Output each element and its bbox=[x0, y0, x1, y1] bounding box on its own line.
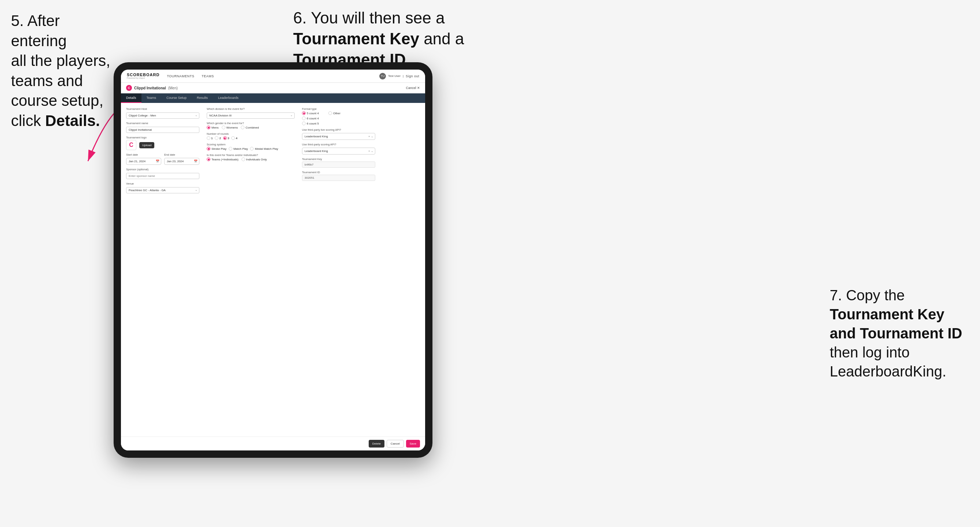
tournament-host-select[interactable]: Clippd College - Men bbox=[126, 113, 199, 119]
radio-combined-dot bbox=[241, 125, 245, 129]
tournament-host-select-wrap[interactable]: Clippd College - Men bbox=[126, 111, 199, 119]
tournament-key-group: Tournament Key b4f6b7 bbox=[302, 157, 375, 168]
start-date-label: Start date bbox=[126, 153, 161, 156]
gender-mens[interactable]: Mens bbox=[207, 125, 219, 129]
round-3[interactable]: 3 bbox=[223, 136, 229, 140]
scoring-medal[interactable]: Medal Match Play bbox=[250, 147, 278, 151]
tournament-id-value: 302051 bbox=[302, 175, 375, 181]
radio-round3 bbox=[223, 136, 227, 140]
format-type-group: Format type 5 count 4 Other bbox=[302, 107, 375, 125]
third-party-2-wrap: × ⌄ bbox=[302, 147, 375, 154]
tab-teams[interactable]: Teams bbox=[142, 94, 162, 103]
form-content: Tournament Host Clippd College - Men Tou… bbox=[121, 103, 425, 437]
tournament-host-label: Tournament Host bbox=[126, 107, 199, 111]
format-row-1: 5 count 4 Other bbox=[302, 111, 375, 115]
venue-select[interactable]: Peachtree GC - Atlanta - GA bbox=[126, 187, 199, 194]
tournament-logo-group: Tournament logo C Upload bbox=[126, 136, 199, 150]
third-party-1-input[interactable] bbox=[302, 133, 375, 140]
end-date-wrap: 📅 bbox=[164, 157, 199, 165]
annotation-left: 5. After entering all the players, teams… bbox=[11, 11, 114, 131]
scoring-radio-group: Stroke Play Match Play Medal Match Play bbox=[207, 147, 295, 151]
nav-tournaments[interactable]: TOURNAMENTS bbox=[167, 75, 194, 78]
individuals-only[interactable]: Individuals Only bbox=[242, 157, 267, 161]
tournament-name-group: Tournament name bbox=[126, 122, 199, 133]
tournament-host-group: Tournament Host Clippd College - Men bbox=[126, 107, 199, 119]
teams-plus-individuals[interactable]: Teams (+Individuals) bbox=[207, 157, 239, 161]
radio-6count5 bbox=[302, 122, 305, 125]
sponsor-label: Sponsor (optional) bbox=[126, 168, 199, 171]
format-other[interactable]: Other bbox=[328, 111, 340, 115]
cancel-tournament[interactable]: Cancel ✕ bbox=[406, 86, 420, 90]
tab-leaderboards[interactable]: Leaderboards bbox=[213, 94, 244, 103]
teams-radio-group: Teams (+Individuals) Individuals Only bbox=[207, 157, 295, 161]
division-select-wrap[interactable]: NCAA Division III bbox=[207, 111, 295, 119]
logo-sub: Powered by clippd bbox=[127, 77, 159, 79]
tournament-name: Clippd Invitational bbox=[134, 86, 166, 90]
tournament-key-value: b4f6b7 bbox=[302, 162, 375, 168]
tournament-name-input[interactable] bbox=[126, 127, 199, 133]
gender-womens[interactable]: Womens bbox=[222, 125, 238, 129]
round-2[interactable]: 2 bbox=[215, 136, 221, 140]
third-party-2-input[interactable] bbox=[302, 148, 375, 154]
sponsor-input[interactable] bbox=[126, 173, 199, 179]
format-6count4[interactable]: 6 count 4 bbox=[302, 116, 375, 120]
venue-select-wrap[interactable]: Peachtree GC - Atlanta - GA bbox=[126, 186, 199, 194]
radio-teams-dot bbox=[207, 157, 210, 161]
logo-upload-area: C Upload bbox=[126, 140, 199, 150]
third-party-1-clear[interactable]: × ⌄ bbox=[368, 134, 374, 138]
sponsor-group: Sponsor (optional) bbox=[126, 168, 199, 179]
c-brand-icon: C bbox=[129, 142, 134, 148]
gender-radio-group: Mens Womens Combined bbox=[207, 125, 295, 129]
radio-womens-dot bbox=[222, 125, 225, 129]
radio-medal-dot bbox=[250, 147, 254, 151]
round-1[interactable]: 1 bbox=[207, 136, 213, 140]
third-party-2-label: Use third-party scoring API? bbox=[302, 143, 375, 146]
tab-details[interactable]: Details bbox=[121, 94, 142, 103]
division-group: Which division is the event for? NCAA Di… bbox=[207, 107, 295, 119]
delete-button[interactable]: Delete bbox=[369, 440, 385, 448]
venue-label: Venue bbox=[126, 182, 199, 185]
radio-round1 bbox=[207, 136, 210, 140]
end-date-calendar-icon: 📅 bbox=[194, 159, 197, 163]
logo-preview: C bbox=[126, 140, 136, 150]
gender-combined[interactable]: Combined bbox=[241, 125, 259, 129]
third-party-2-clear[interactable]: × ⌄ bbox=[368, 149, 374, 152]
gender-label: Which gender is the event for? bbox=[207, 122, 295, 125]
radio-5count4 bbox=[302, 111, 305, 115]
gender-group: Which gender is the event for? Mens Wome… bbox=[207, 122, 295, 129]
tab-course-setup[interactable]: Course Setup bbox=[161, 94, 192, 103]
cancel-button[interactable]: Cancel bbox=[387, 440, 404, 448]
tournament-name-label: Tournament name bbox=[126, 122, 199, 125]
user-name: Test User bbox=[388, 75, 401, 78]
radio-round2 bbox=[215, 136, 218, 140]
tournament-id-label: Tournament ID bbox=[302, 171, 375, 174]
start-date-wrap: 📅 bbox=[126, 157, 161, 165]
form-footer: Delete Cancel Save bbox=[121, 437, 425, 451]
round-4[interactable]: 4 bbox=[231, 136, 237, 140]
format-6count5[interactable]: 6 count 5 bbox=[302, 122, 375, 125]
form-col-right: Format type 5 count 4 Other bbox=[302, 107, 375, 433]
radio-individuals-dot bbox=[242, 157, 245, 161]
division-select[interactable]: NCAA Division III bbox=[207, 113, 295, 119]
save-button[interactable]: Save bbox=[406, 440, 420, 448]
scoring-stroke[interactable]: Stroke Play bbox=[207, 147, 226, 151]
radio-match-dot bbox=[229, 147, 232, 151]
nav-teams[interactable]: TEAMS bbox=[202, 75, 214, 78]
radio-other bbox=[328, 111, 332, 115]
start-date-calendar-icon: 📅 bbox=[156, 159, 159, 163]
rounds-group: Number of rounds 1 2 3 bbox=[207, 132, 295, 140]
tab-results[interactable]: Results bbox=[192, 94, 213, 103]
venue-group: Venue Peachtree GC - Atlanta - GA bbox=[126, 182, 199, 194]
sign-out-link[interactable]: Sign out bbox=[406, 75, 419, 78]
rounds-radio-group: 1 2 3 4 bbox=[207, 136, 295, 140]
form-col-mid: Which division is the event for? NCAA Di… bbox=[207, 107, 295, 433]
dates-group: Start date 📅 End date 📅 bbox=[126, 153, 199, 165]
upload-button[interactable]: Upload bbox=[139, 142, 154, 148]
teams-group: Is this event for Teams and/or Individua… bbox=[207, 154, 295, 161]
scoreboard-logo: SCOREBOARD Powered by clippd bbox=[127, 73, 159, 79]
form-col-left: Tournament Host Clippd College - Men Tou… bbox=[126, 107, 199, 433]
scoring-match[interactable]: Match Play bbox=[229, 147, 248, 151]
radio-round4 bbox=[231, 136, 235, 140]
tournament-id-group: Tournament ID 302051 bbox=[302, 171, 375, 181]
format-5count4[interactable]: 5 count 4 bbox=[302, 111, 319, 115]
